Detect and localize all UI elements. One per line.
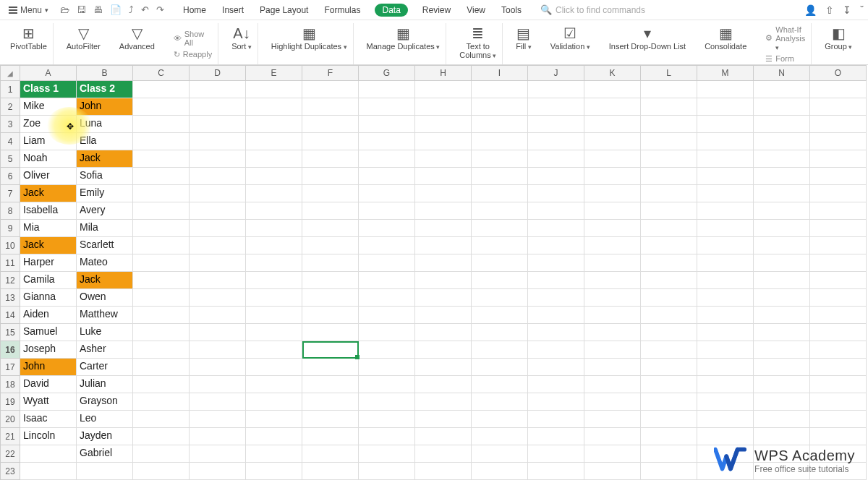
manage-duplicates-button[interactable]: ▦Manage Duplicates xyxy=(361,23,447,65)
cell-J8[interactable] xyxy=(528,202,584,220)
cell-I4[interactable] xyxy=(472,133,528,150)
row-header-21[interactable]: 21 xyxy=(0,428,20,445)
group-button[interactable]: ◧Group xyxy=(819,23,858,65)
tab-review[interactable]: Review xyxy=(421,4,452,17)
cell-E20[interactable] xyxy=(246,411,302,428)
cell-A7[interactable]: Jack xyxy=(20,185,77,202)
cell-O8[interactable] xyxy=(810,202,867,220)
cell-H6[interactable] xyxy=(415,168,472,185)
print-preview-icon[interactable]: 📄 xyxy=(110,4,122,15)
cell-A9[interactable]: Mia xyxy=(20,220,77,237)
cell-M12[interactable] xyxy=(697,272,754,289)
cell-J19[interactable] xyxy=(528,393,584,411)
cell-O1[interactable] xyxy=(810,81,867,98)
cell-I15[interactable] xyxy=(472,324,528,341)
col-header-M[interactable]: M xyxy=(697,65,754,81)
cell-D21[interactable] xyxy=(190,428,246,445)
row-header-1[interactable]: 1 xyxy=(0,81,20,98)
cell-I12[interactable] xyxy=(472,272,528,289)
cell-K19[interactable] xyxy=(584,393,641,411)
cell-N21[interactable] xyxy=(754,428,810,445)
row-header-7[interactable]: 7 xyxy=(0,185,20,202)
cell-C10[interactable] xyxy=(133,237,190,254)
cell-B3[interactable]: Luna xyxy=(77,116,133,133)
cell-K12[interactable] xyxy=(584,272,641,289)
cell-A19[interactable]: Wyatt xyxy=(20,393,77,411)
cell-L7[interactable] xyxy=(641,185,697,202)
cell-N17[interactable] xyxy=(754,359,810,376)
cell-M7[interactable] xyxy=(697,185,754,202)
cell-C23[interactable] xyxy=(133,463,190,480)
cell-M16[interactable] xyxy=(697,341,754,359)
cell-D13[interactable] xyxy=(190,289,246,307)
cell-O17[interactable] xyxy=(810,359,867,376)
row-header-22[interactable]: 22 xyxy=(0,445,20,463)
cell-A12[interactable]: Camila xyxy=(20,272,77,289)
cell-C8[interactable] xyxy=(133,202,190,220)
cell-E11[interactable] xyxy=(246,254,302,272)
cell-G3[interactable] xyxy=(359,116,415,133)
row-header-6[interactable]: 6 xyxy=(0,168,20,185)
cell-B23[interactable] xyxy=(77,463,133,480)
cell-E21[interactable] xyxy=(246,428,302,445)
cell-E22[interactable] xyxy=(246,445,302,463)
tab-data[interactable]: Data xyxy=(375,4,407,17)
cell-K11[interactable] xyxy=(584,254,641,272)
cell-F23[interactable] xyxy=(302,463,359,480)
cell-H5[interactable] xyxy=(415,150,472,168)
cell-N18[interactable] xyxy=(754,376,810,393)
cell-N4[interactable] xyxy=(754,133,810,150)
cell-B22[interactable]: Gabriel xyxy=(77,445,133,463)
cell-N16[interactable] xyxy=(754,341,810,359)
cell-K6[interactable] xyxy=(584,168,641,185)
cell-E16[interactable] xyxy=(246,341,302,359)
cell-O10[interactable] xyxy=(810,237,867,254)
cell-F13[interactable] xyxy=(302,289,359,307)
cell-H9[interactable] xyxy=(415,220,472,237)
cell-G13[interactable] xyxy=(359,289,415,307)
cell-C22[interactable] xyxy=(133,445,190,463)
cell-B10[interactable]: Scarlett xyxy=(77,237,133,254)
cells-area[interactable]: Class 1Class 2MikeJohnZoeLunaLiamEllaNoa… xyxy=(20,81,868,480)
cell-G9[interactable] xyxy=(359,220,415,237)
cell-H17[interactable] xyxy=(415,359,472,376)
cell-E18[interactable] xyxy=(246,376,302,393)
share-icon[interactable]: ⇧ xyxy=(825,4,834,16)
cell-E6[interactable] xyxy=(246,168,302,185)
cell-C2[interactable] xyxy=(133,98,190,116)
cell-N12[interactable] xyxy=(754,272,810,289)
cell-L21[interactable] xyxy=(641,428,697,445)
cell-L11[interactable] xyxy=(641,254,697,272)
cell-N3[interactable] xyxy=(754,116,810,133)
row-header-14[interactable]: 14 xyxy=(0,307,20,324)
cell-K8[interactable] xyxy=(584,202,641,220)
row-header-12[interactable]: 12 xyxy=(0,272,20,289)
col-header-C[interactable]: C xyxy=(133,65,190,81)
cell-J23[interactable] xyxy=(528,463,584,480)
cell-E23[interactable] xyxy=(246,463,302,480)
row-header-11[interactable]: 11 xyxy=(0,254,20,272)
cell-E13[interactable] xyxy=(246,289,302,307)
cell-H8[interactable] xyxy=(415,202,472,220)
cell-O15[interactable] xyxy=(810,324,867,341)
cell-A10[interactable]: Jack xyxy=(20,237,77,254)
cell-L17[interactable] xyxy=(641,359,697,376)
cell-B15[interactable]: Luke xyxy=(77,324,133,341)
cell-L12[interactable] xyxy=(641,272,697,289)
cell-O12[interactable] xyxy=(810,272,867,289)
print-icon[interactable]: 🖶 xyxy=(93,4,103,15)
cell-E17[interactable] xyxy=(246,359,302,376)
cell-K22[interactable] xyxy=(584,445,641,463)
cell-J18[interactable] xyxy=(528,376,584,393)
cell-D10[interactable] xyxy=(190,237,246,254)
cell-B5[interactable]: Jack xyxy=(77,150,133,168)
cell-H7[interactable] xyxy=(415,185,472,202)
cell-M9[interactable] xyxy=(697,220,754,237)
row-header-3[interactable]: 3 xyxy=(0,116,20,133)
cell-G1[interactable] xyxy=(359,81,415,98)
row-header-8[interactable]: 8 xyxy=(0,202,20,220)
cell-F3[interactable] xyxy=(302,116,359,133)
consolidate-button[interactable]: ▦Consolidate xyxy=(699,23,752,65)
cell-B12[interactable]: Jack xyxy=(77,272,133,289)
cell-M1[interactable] xyxy=(697,81,754,98)
